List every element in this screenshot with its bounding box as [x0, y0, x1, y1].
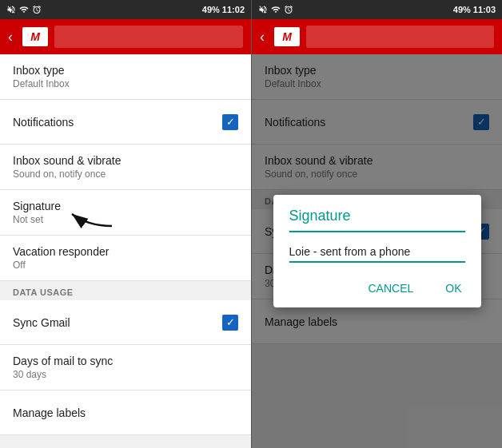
left-days-mail-subtitle: 30 days	[13, 369, 113, 380]
left-sync-checkbox[interactable]: ✓	[222, 315, 238, 331]
dialog-overlay: Signature Cancel OK	[252, 54, 502, 448]
left-battery: 49%	[202, 5, 220, 14]
right-status-right: 49% 11:03	[453, 5, 496, 14]
right-gmail-logo: M	[274, 27, 300, 46]
left-gmail-logo: M	[22, 27, 48, 46]
left-status-icons	[6, 5, 42, 14]
left-time: 11:02	[222, 5, 245, 14]
right-app-bar-title	[306, 26, 494, 48]
signal-icon	[19, 5, 29, 14]
mute-icon	[6, 5, 16, 14]
left-status-right: 49% 11:02	[202, 5, 245, 14]
left-inbox-sound-subtitle: Sound on, notify once	[13, 168, 121, 180]
left-vacation-subtitle: Off	[13, 260, 109, 271]
left-manage-labels-title: Manage labels	[13, 406, 86, 419]
left-inbox-type-title: Inbox type	[13, 64, 70, 77]
right-panel: 49% 11:03 ‹ M Inbox type Default Inbox N…	[251, 0, 502, 448]
left-back-arrow[interactable]: ‹	[8, 29, 13, 46]
arrow-annotation	[64, 198, 128, 230]
right-status-icons	[258, 5, 293, 14]
alarm-icon	[32, 5, 42, 14]
left-app-bar-title	[54, 26, 243, 48]
left-days-mail-title: Days of mail to sync	[13, 355, 113, 367]
dialog-input-area	[273, 239, 481, 272]
signature-input[interactable]	[289, 242, 465, 263]
right-back-arrow[interactable]: ‹	[260, 29, 265, 46]
left-notifications-item[interactable]: Notifications ✓	[0, 100, 251, 145]
left-notifications-checkbox[interactable]: ✓	[222, 114, 238, 130]
right-time: 11:03	[473, 5, 496, 14]
left-vacation-item[interactable]: Vacation responder Off	[0, 236, 251, 281]
right-battery: 49%	[453, 5, 471, 14]
left-inbox-sound-item[interactable]: Inbox sound & vibrate Sound on, notify o…	[0, 145, 251, 190]
left-sync-gmail-title: Sync Gmail	[13, 316, 70, 329]
left-manage-labels-item[interactable]: Manage labels	[0, 391, 251, 435]
dialog-title-underline	[289, 231, 465, 232]
left-inbox-type-item[interactable]: Inbox type Default Inbox	[0, 54, 251, 100]
dialog-cancel-button[interactable]: Cancel	[355, 276, 426, 301]
left-days-mail-item[interactable]: Days of mail to sync 30 days	[0, 345, 251, 391]
left-sync-gmail-item[interactable]: Sync Gmail ✓	[0, 300, 251, 345]
right-mute-icon	[258, 5, 268, 14]
right-signal-icon	[271, 5, 281, 14]
right-status-bar: 49% 11:03	[252, 0, 502, 19]
left-inbox-type-subtitle: Default Inbox	[13, 78, 70, 89]
dialog-buttons: Cancel OK	[273, 272, 481, 307]
left-vacation-title: Vacation responder	[13, 245, 109, 258]
left-settings-list: Inbox type Default Inbox Notifications ✓…	[0, 54, 251, 448]
left-status-bar: 49% 11:02	[0, 0, 251, 19]
left-signature-subtitle: Not set	[13, 214, 61, 225]
dialog-title: Signature	[273, 195, 481, 231]
left-app-bar: ‹ M	[0, 19, 251, 54]
right-app-bar: ‹ M	[252, 19, 502, 54]
left-signature-item[interactable]: Signature Not set	[0, 190, 251, 236]
right-alarm-icon	[284, 5, 293, 14]
right-settings-list: Inbox type Default Inbox Notifications ✓…	[252, 54, 502, 448]
left-notifications-title: Notifications	[13, 116, 74, 129]
left-inbox-sound-title: Inbox sound & vibrate	[13, 154, 121, 167]
left-signature-title: Signature	[13, 200, 61, 212]
left-panel: 49% 11:02 ‹ M Inbox type Default Inbox N…	[0, 0, 251, 448]
dialog-ok-button[interactable]: OK	[432, 276, 474, 301]
signature-dialog: Signature Cancel OK	[273, 195, 481, 307]
left-data-usage-header: DATA USAGE	[0, 281, 251, 300]
